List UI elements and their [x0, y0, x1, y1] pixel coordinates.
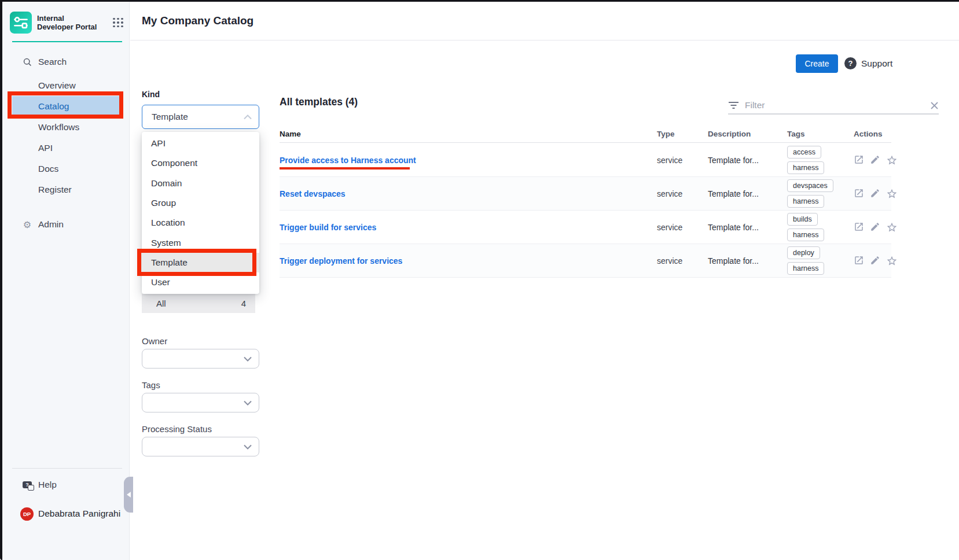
sidebar-item-api[interactable]: API	[2, 138, 130, 159]
sidebar-item-label: Docs	[2, 164, 58, 174]
collapse-arrow-icon	[127, 492, 131, 498]
page-header: My Company Catalog	[130, 2, 959, 40]
column-header-description: Description	[708, 130, 787, 138]
search-icon	[21, 56, 33, 68]
edit-icon[interactable]	[870, 188, 880, 200]
kind-summary-row-all[interactable]: All 4	[142, 294, 255, 313]
window-frame-left	[0, 0, 2, 560]
star-icon[interactable]	[886, 188, 898, 200]
owner-select[interactable]	[142, 349, 259, 369]
template-link[interactable]: Provide access to Harness account	[280, 156, 416, 165]
support-label: Support	[861, 58, 892, 69]
cell-description: Template for...	[708, 156, 787, 165]
sidebar-nav: OverviewCatalogWorkflowsAPIDocsRegister	[2, 75, 130, 200]
kind-option-component[interactable]: Component	[142, 153, 259, 173]
open-in-new-icon[interactable]	[854, 222, 864, 233]
logo-row[interactable]: Internal Developer Portal	[10, 12, 123, 34]
table-row: Trigger deployment for servicesserviceTe…	[280, 244, 891, 278]
sidebar-item-admin[interactable]: ⚙ Admin	[2, 214, 130, 235]
template-link[interactable]: Trigger build for services	[280, 223, 376, 232]
app-grid-icon[interactable]	[113, 18, 123, 28]
logo-divider	[12, 41, 122, 42]
kind-option-api[interactable]: API	[142, 134, 259, 153]
kind-dropdown-menu: APIComponentDomainGroupLocationSystemTem…	[142, 132, 259, 294]
column-header-name: Name	[280, 130, 657, 138]
edit-icon[interactable]	[870, 154, 880, 166]
cell-type: service	[657, 156, 708, 165]
sidebar-item-workflows[interactable]: Workflows	[2, 117, 130, 138]
star-icon[interactable]	[886, 222, 898, 233]
table-filter	[728, 97, 939, 115]
table-filter-input[interactable]	[745, 100, 924, 110]
sidebar-item-search[interactable]: Search	[2, 51, 130, 72]
tag-chip: harness	[787, 195, 824, 208]
kind-option-user[interactable]: User	[142, 272, 259, 292]
chevron-down-icon	[244, 444, 252, 450]
tags-select[interactable]	[142, 393, 259, 412]
kind-select[interactable]: Template	[142, 105, 259, 129]
cell-description: Template for...	[708, 256, 787, 266]
table-row: Reset devspacesserviceTemplate for...dev…	[280, 177, 891, 211]
sidebar-item-register[interactable]: Register	[2, 179, 130, 200]
open-in-new-icon[interactable]	[854, 188, 864, 200]
clear-filter-icon[interactable]	[930, 101, 939, 110]
cell-name: Trigger build for services	[280, 222, 376, 233]
tag-chip: harness	[787, 262, 824, 275]
kind-select-value: Template	[152, 112, 188, 122]
window-frame-top	[0, 0, 959, 2]
idp-logo-icon	[10, 12, 32, 34]
kind-option-template[interactable]: Template	[142, 253, 259, 272]
cell-actions	[854, 188, 898, 200]
sidebar-footer-divider	[12, 468, 122, 469]
page-title: My Company Catalog	[142, 14, 253, 27]
sidebar-item-overview[interactable]: Overview	[2, 75, 130, 96]
open-in-new-icon[interactable]	[854, 255, 864, 267]
open-in-new-icon[interactable]	[854, 154, 864, 166]
edit-icon[interactable]	[870, 222, 880, 233]
chevron-down-icon	[244, 400, 252, 406]
sidebar-collapse-handle[interactable]	[124, 477, 133, 513]
table-row: Trigger build for servicesserviceTemplat…	[280, 211, 891, 244]
cell-actions	[854, 222, 898, 233]
cell-type: service	[657, 256, 708, 266]
user-avatar: DP	[20, 507, 34, 521]
star-icon[interactable]	[886, 154, 898, 166]
tag-chip: access	[787, 146, 821, 159]
edit-icon[interactable]	[870, 255, 880, 267]
tag-chip: builds	[787, 213, 818, 226]
column-header-type: Type	[657, 130, 708, 138]
template-link[interactable]: Reset devspaces	[280, 189, 346, 198]
processing-status-select[interactable]	[142, 437, 259, 456]
table-title: All templates (4)	[280, 96, 358, 108]
kind-option-domain[interactable]: Domain	[142, 174, 259, 193]
sidebar-item-docs[interactable]: Docs	[2, 159, 130, 179]
create-button[interactable]: Create	[796, 54, 838, 73]
kind-filter-label: Kind	[142, 90, 160, 99]
sidebar-item-label: Register	[2, 185, 72, 195]
owner-filter-label: Owner	[142, 336, 167, 346]
cell-tags: deployharness	[787, 246, 854, 275]
kind-summary-label: All	[156, 299, 166, 308]
tags-filter-label: Tags	[142, 380, 160, 390]
star-icon[interactable]	[886, 255, 898, 267]
table-row: Provide access to Harness accountservice…	[280, 143, 891, 177]
sidebar-search-label: Search	[2, 57, 67, 67]
template-link[interactable]: Trigger deployment for services	[280, 256, 402, 266]
sidebar-item-label: API	[2, 143, 53, 153]
tag-chip: harness	[787, 229, 824, 241]
kind-option-group[interactable]: Group	[142, 193, 259, 213]
tag-chip: deploy	[787, 246, 820, 259]
sidebar-item-catalog[interactable]: Catalog	[2, 96, 130, 117]
support-button[interactable]: ? Support	[844, 57, 892, 69]
sidebar-item-label: Workflows	[2, 122, 79, 132]
kind-option-system[interactable]: System	[142, 233, 259, 252]
sidebar-item-label: Catalog	[2, 101, 69, 112]
user-profile[interactable]: DP Debabrata Panigrahi	[2, 507, 130, 521]
sidebar-item-label: Overview	[2, 80, 76, 91]
gear-icon: ⚙	[21, 219, 33, 230]
sidebar-item-help[interactable]: ? Help	[2, 474, 130, 495]
question-mark-icon: ?	[844, 57, 857, 69]
help-chat-icon: ?	[21, 479, 33, 491]
kind-option-location[interactable]: Location	[142, 213, 259, 233]
logo-title: Internal Developer Portal	[37, 14, 102, 31]
